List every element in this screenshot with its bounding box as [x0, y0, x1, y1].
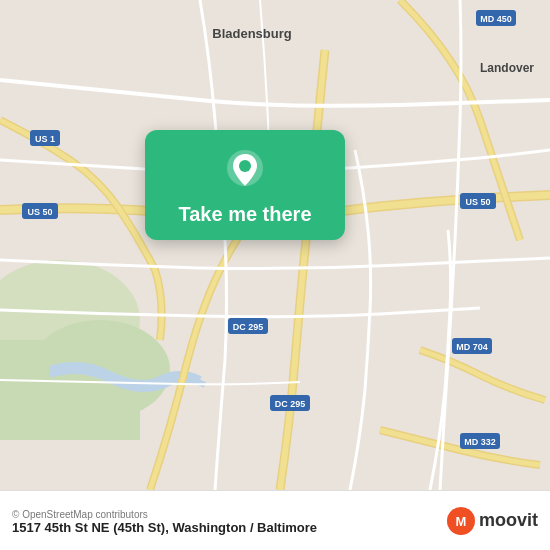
svg-text:Bladensburg: Bladensburg [212, 26, 292, 41]
osm-attribution: © OpenStreetMap contributors [12, 509, 447, 520]
svg-text:MD 704: MD 704 [456, 342, 488, 352]
bottom-bar: © OpenStreetMap contributors 1517 45th S… [0, 490, 550, 550]
svg-text:MD 332: MD 332 [464, 437, 496, 447]
take-me-there-label: Take me there [178, 202, 311, 226]
moovit-text: moovit [479, 510, 538, 531]
svg-point-25 [239, 160, 251, 172]
svg-text:M: M [456, 514, 467, 529]
svg-text:DC 295: DC 295 [275, 399, 306, 409]
svg-text:US 50: US 50 [465, 197, 490, 207]
moovit-logo[interactable]: M moovit [447, 507, 538, 535]
svg-text:US 50: US 50 [27, 207, 52, 217]
svg-rect-5 [0, 0, 550, 490]
map-view[interactable]: US 50 US 50 US 1 MD 450 DC 295 DC 295 MD… [0, 0, 550, 490]
take-me-there-card[interactable]: Take me there [145, 130, 345, 240]
svg-text:US 1: US 1 [35, 134, 55, 144]
svg-text:Landover: Landover [480, 61, 534, 75]
svg-text:DC 295: DC 295 [233, 322, 264, 332]
location-pin-icon [223, 148, 267, 192]
map-svg: US 50 US 50 US 1 MD 450 DC 295 DC 295 MD… [0, 0, 550, 490]
address-section: © OpenStreetMap contributors 1517 45th S… [12, 507, 447, 535]
svg-text:MD 450: MD 450 [480, 14, 512, 24]
moovit-brand-icon: M [447, 507, 475, 535]
address-line: 1517 45th St NE (45th St), Washington / … [12, 520, 447, 535]
